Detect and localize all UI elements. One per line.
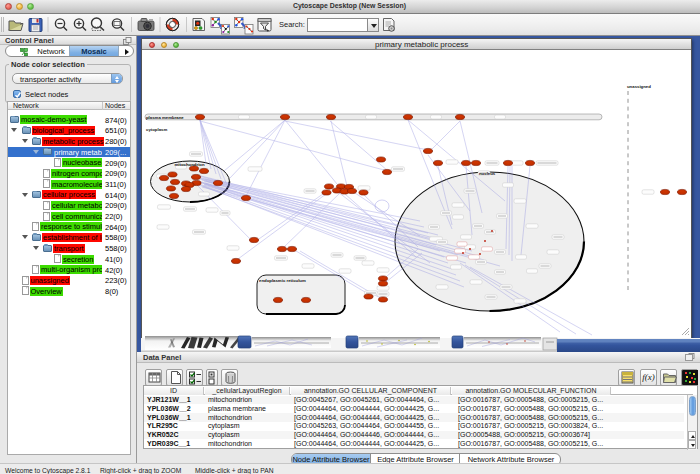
- svg-text:endoplasmic reticulum: endoplasmic reticulum: [259, 278, 306, 283]
- svg-text:cytoplasm: cytoplasm: [146, 127, 167, 132]
- svg-text:unassigned: unassigned: [627, 84, 651, 89]
- svg-text:mitochondrion: mitochondrion: [175, 162, 205, 167]
- svg-text:nucleus: nucleus: [479, 171, 496, 176]
- svg-text:plasma membrane: plasma membrane: [146, 115, 184, 120]
